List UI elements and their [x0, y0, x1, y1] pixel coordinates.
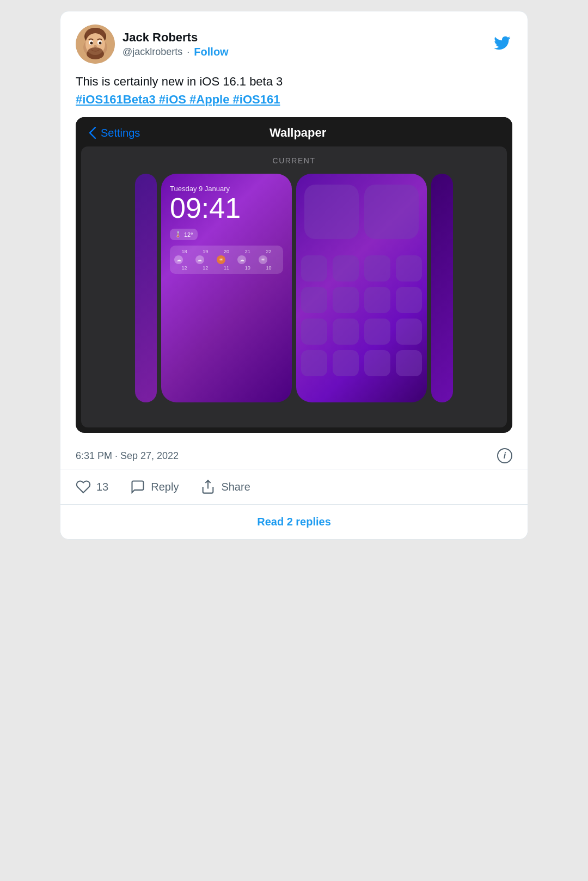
- info-icon[interactable]: i: [497, 448, 512, 463]
- app-icon-11: [364, 319, 390, 345]
- tweet-actions-row: 13 Reply Share: [76, 469, 512, 504]
- tweet-header: Jack Roberts @jacklroberts · Follow: [76, 25, 512, 64]
- partial-phone-left: [135, 174, 157, 402]
- follow-button[interactable]: Follow: [194, 46, 228, 58]
- svg-point-8: [90, 42, 93, 45]
- app-icon-7: [364, 287, 390, 313]
- like-action[interactable]: 13: [76, 479, 108, 494]
- app-icon-12: [396, 319, 422, 345]
- share-action[interactable]: Share: [200, 479, 250, 494]
- tweet-body: This is certainly new in iOS 16.1 beta 3…: [76, 72, 512, 108]
- app-icon-5: [301, 287, 327, 313]
- app-icon-15: [364, 350, 390, 376]
- svg-point-11: [88, 47, 103, 56]
- reply-label: Reply: [151, 481, 179, 493]
- app-icon-8: [396, 287, 422, 313]
- avatar[interactable]: [76, 25, 115, 64]
- ios-nav-bar: Settings Wallpaper: [76, 117, 512, 146]
- app-icon-10: [333, 319, 359, 345]
- reply-icon: [130, 479, 145, 494]
- svg-point-10: [94, 45, 97, 47]
- username-follow-row: @jacklroberts · Follow: [122, 46, 229, 58]
- app-icon-large-1: [304, 185, 359, 239]
- tweet-hashtags[interactable]: #iOS161Beta3 #iOS #Apple #iOS161: [76, 93, 280, 106]
- share-icon: [200, 479, 216, 494]
- like-count: 13: [96, 481, 108, 493]
- app-icon-9: [301, 319, 327, 345]
- user-info-section: Jack Roberts @jacklroberts · Follow: [76, 25, 229, 64]
- ios-back-button: Settings: [89, 127, 140, 139]
- share-label: Share: [221, 481, 250, 493]
- app-icon-4: [396, 255, 422, 282]
- ls-date: Tuesday 9 January: [170, 185, 283, 193]
- app-icon-13: [301, 350, 327, 376]
- home-screen-preview[interactable]: [296, 174, 427, 402]
- ios-wallpaper-screenshot: Settings Wallpaper CURRENT Tuesday 9 Jan…: [76, 117, 512, 433]
- user-text-info: Jack Roberts @jacklroberts · Follow: [122, 30, 229, 58]
- partial-phone-right: [431, 174, 453, 402]
- app-icon-large-2: [364, 185, 419, 239]
- lock-screen-preview[interactable]: Tuesday 9 January 09:41 🌡️12°: [161, 174, 292, 402]
- tweet-timestamp: 6:31 PM · Sep 27, 2022: [76, 450, 179, 462]
- display-name: Jack Roberts: [122, 30, 229, 45]
- lock-screen-content: Tuesday 9 January 09:41 🌡️12°: [161, 174, 292, 285]
- ls-time: 09:41: [170, 194, 283, 222]
- home-screen-large-icons: [304, 185, 419, 239]
- ios-back-label: Settings: [101, 127, 140, 139]
- tweet-attached-image: Settings Wallpaper CURRENT Tuesday 9 Jan…: [76, 117, 512, 433]
- app-icon-1: [301, 255, 327, 282]
- tweet-main-text: This is certainly new in iOS 16.1 beta 3: [76, 75, 283, 88]
- ios-content-area: CURRENT Tuesday 9 January 09:41: [81, 146, 507, 427]
- app-icon-6: [333, 287, 359, 313]
- app-icon-16: [396, 350, 422, 376]
- app-icon-14: [333, 350, 359, 376]
- heart-icon: [76, 479, 91, 494]
- current-section-label: CURRENT: [273, 156, 316, 165]
- svg-point-9: [99, 42, 102, 45]
- username: @jacklroberts: [122, 46, 182, 58]
- read-replies-button[interactable]: Read 2 replies: [60, 504, 528, 539]
- app-icon-2: [333, 255, 359, 282]
- twitter-logo-icon: [492, 34, 512, 54]
- separator-dot: ·: [187, 46, 189, 58]
- reply-action[interactable]: Reply: [130, 479, 179, 494]
- tweet-timestamp-row: 6:31 PM · Sep 27, 2022 i: [76, 442, 512, 469]
- ios-page-title: Wallpaper: [140, 126, 456, 140]
- home-screen-app-grid: [296, 250, 427, 382]
- wallpaper-preview-row: Tuesday 9 January 09:41 🌡️12°: [81, 174, 507, 402]
- app-icon-3: [364, 255, 390, 282]
- tweet-card: Jack Roberts @jacklroberts · Follow This…: [60, 11, 528, 540]
